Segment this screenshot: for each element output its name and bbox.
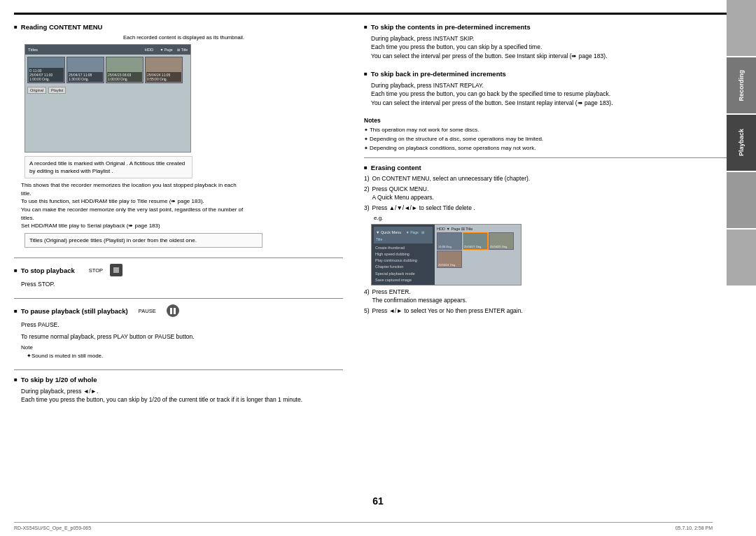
section-title-erasing: Erasing content xyxy=(364,164,742,171)
section-title-reading: Reading CONTENT MENU xyxy=(14,23,343,31)
section-title-skip-increments: To skip the contents in pre-determined i… xyxy=(364,23,742,31)
side-tab-5 xyxy=(727,230,756,285)
footer-left: RD-XS54SU/SC_Ope_E_p059-065 xyxy=(14,526,91,530)
qmenu-item-4: Chapter function xyxy=(374,264,433,270)
qmenu-item-7: Disc information xyxy=(374,283,433,285)
left-column: Reading CONTENT MENU Each recorded conte… xyxy=(14,23,357,492)
step-5: 5) Press ◄/► to select Yes or No then pr… xyxy=(364,307,742,316)
note-recorded-title: A recorded title is marked with Original… xyxy=(24,156,192,178)
stop-label: STOP xyxy=(89,267,103,274)
hdd-screen: Titles HDD ▼ Page ⊞ Title D 11:0025/04/0… xyxy=(24,44,191,153)
notes-title: Notes xyxy=(364,117,742,124)
qmenu-item-3: Play continuous dubbing xyxy=(374,258,433,264)
step-3: 3) Press ▲/▼/◄/► to select Title delete … xyxy=(364,204,742,213)
note-memorize: This shows that the recorder memorizes t… xyxy=(14,181,245,230)
notes-section: Notes This operation may not work for so… xyxy=(364,117,742,153)
qmenu-item-2: High speed dubbing xyxy=(374,251,433,258)
section-title-pause: To pause playback (still playback) xyxy=(14,307,128,315)
note-item-3: Depending on playback conditions, some o… xyxy=(364,144,742,152)
stop-button-icon xyxy=(110,264,122,276)
qthumb-1: 11:00 Orig. xyxy=(437,232,462,250)
section-stop-playback: To stop playback STOP Press STOP. xyxy=(14,264,343,288)
section-title-stop: To stop playback xyxy=(14,267,75,274)
qthumb-2: 25/04/17 Orig. xyxy=(463,232,488,250)
footer-right: 05.7.10, 2:58 PM xyxy=(676,526,713,530)
page-container: Reading CONTENT MENU Each recorded conte… xyxy=(0,0,756,536)
qthumb-4: 25/04/24 Orig. xyxy=(437,251,462,268)
screenshot-caption: Each recorded content is displayed as it… xyxy=(14,34,343,42)
section-erasing-content: Erasing content 1) On CONTENT MENU, sele… xyxy=(364,164,742,315)
side-tab-playback: Playback xyxy=(727,115,756,171)
hdd-thumb-4: 25/04/24 11:050:55:00 Orig. xyxy=(145,57,183,83)
step-2: 2) Press QUICK MENU.A Quick Menu appears… xyxy=(364,185,742,202)
section-skip-1-20: To skip by 1/20 of whole During playback… xyxy=(14,376,343,404)
qmenu-left-panel: ▼ Quick Menu ▼ Page ⊞ Title Create thumb… xyxy=(372,225,435,285)
qmenu-thumbs: 11:00 Orig. 25/04/17 Orig. 25/04/23 Orig… xyxy=(437,232,519,268)
callout-box: Titles (Original) precede titles (Playli… xyxy=(24,233,262,248)
skip-increments-body: During playback, press INSTANT SKIP. Eac… xyxy=(364,34,742,60)
section-reading-content-menu: Reading CONTENT MENU Each recorded conte… xyxy=(14,23,343,248)
footer-bar: RD-XS54SU/SC_Ope_E_p059-065 05.7.10, 2:5… xyxy=(14,522,713,530)
side-tab-recording: Recording xyxy=(727,57,756,113)
hdd-thumb-2: 25/04/17 11:081:30:00 Orig. xyxy=(66,57,104,83)
side-tab-recording-label: Recording xyxy=(738,70,745,101)
step-4: 4) Press ENTER.The confirmation message … xyxy=(364,288,742,305)
eg-label: e.g. xyxy=(364,215,742,221)
section-title-skip: To skip by 1/20 of whole xyxy=(14,376,343,383)
hdd-thumb-3: 25/04/23 08:031:00:00 Orig. xyxy=(106,57,144,83)
skip-instruction: During playback, press ◄/►. Each time yo… xyxy=(14,387,343,404)
qmenu-right-panel: HDD ▼ Page ⊞ Title 11:00 Orig. 25/04/17 … xyxy=(435,225,521,285)
hdd-grid: D 11:0025/04/07 11:001:00:00 Orig. 25/04… xyxy=(25,55,190,85)
right-column: To skip the contents in pre-determined i… xyxy=(357,23,742,492)
top-border xyxy=(14,13,742,15)
note-item-2: Depending on the structure of a disc, so… xyxy=(364,135,742,143)
hdd-thumb-1: D 11:0025/04/07 11:001:00:00 Orig. xyxy=(27,57,65,83)
hdd-top-bar: Titles HDD ▼ Page ⊞ Title xyxy=(25,45,190,55)
pause-label: PAUSE xyxy=(139,308,156,314)
hdd-bottom-info: Original Playlist xyxy=(25,85,190,95)
pause-instruction: Press PAUSE. xyxy=(14,320,343,329)
qmenu-item-5: Special playback mode xyxy=(374,271,433,277)
side-tab-4 xyxy=(727,172,756,228)
skip-back-body: During playback, press INSTANT REPLAY. E… xyxy=(364,81,742,107)
note-item-1: This operation may not work for some dis… xyxy=(364,126,742,134)
side-tabs: Recording Playback xyxy=(727,0,756,536)
section-pause-playback: To pause playback (still playback) PAUSE… xyxy=(14,304,343,360)
section-title-skip-back: To skip back in pre-determined increment… xyxy=(364,70,742,78)
qmenu-item-1: Create thumbnail xyxy=(374,245,433,251)
section-skip-back: To skip back in pre-determined increment… xyxy=(364,70,742,107)
step-1: 1) On CONTENT MENU, select an unnecessar… xyxy=(364,175,742,183)
side-tab-1 xyxy=(727,0,756,56)
pause-note-sub: Note ✦Sound is muted in still mode. xyxy=(14,344,343,360)
section-skip-increments: To skip the contents in pre-determined i… xyxy=(364,23,742,60)
side-tab-playback-label: Playback xyxy=(738,129,745,156)
content-area: Reading CONTENT MENU Each recorded conte… xyxy=(14,23,742,492)
page-number: 61 xyxy=(14,492,742,510)
pause-note: To resume normal playback, press PLAY bu… xyxy=(14,332,343,341)
qthumb-3: 25/04/23 Orig. xyxy=(489,232,514,250)
quick-menu-screenshot: ▼ Quick Menu ▼ Page ⊞ Title Create thumb… xyxy=(371,224,522,285)
qmenu-item-6: Save captured image xyxy=(374,277,433,283)
stop-instruction: Press STOP. xyxy=(14,280,343,288)
pause-button-icon xyxy=(167,304,179,317)
